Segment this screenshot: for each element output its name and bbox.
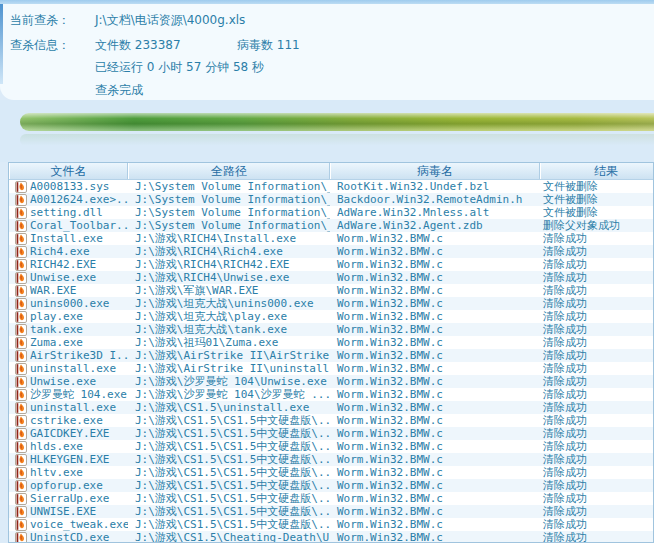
filename-text: AirStrike3D I... bbox=[30, 349, 128, 362]
column-header-virusname[interactable]: 病毒名 bbox=[330, 163, 540, 179]
cell-filename[interactable]: tank.exe bbox=[9, 323, 128, 336]
cell-fullpath: J:\游戏\RICH4\RICH42.EXE bbox=[128, 258, 330, 271]
filename-text: Unwise.exe bbox=[30, 375, 96, 388]
cell-filename[interactable]: Unwise.exe bbox=[9, 271, 128, 284]
scan-progress-bar bbox=[20, 113, 654, 131]
cell-virusname: Worm.Win32.BMW.c bbox=[330, 310, 540, 323]
cell-filename[interactable]: play.exe bbox=[9, 310, 128, 323]
cell-result: 清除成功 bbox=[540, 414, 654, 427]
table-row[interactable]: setting.dllJ:\System Volume Information\… bbox=[9, 206, 654, 219]
cell-result: 清除成功 bbox=[540, 297, 654, 310]
cell-virusname: Worm.Win32.BMW.c bbox=[330, 492, 540, 505]
cell-fullpath: J:\游戏\CS1.5\CS1.5中文硬盘版\... bbox=[128, 505, 330, 518]
filename-text: RICH42.EXE bbox=[30, 258, 96, 271]
filename-text: Install.exe bbox=[30, 232, 103, 245]
cell-virusname: Worm.Win32.BMW.c bbox=[330, 466, 540, 479]
table-row[interactable]: A0008133.sysJ:\System Volume Information… bbox=[9, 180, 654, 193]
scan-results-table: 文件名 全路径 病毒名 结果 A0008133.sysJ:\System Vol… bbox=[8, 162, 654, 543]
virus-file-icon bbox=[15, 428, 27, 440]
table-row[interactable]: tank.exeJ:\游戏\坦克大战\tank.exeWorm.Win32.BM… bbox=[9, 323, 654, 336]
virus-file-icon bbox=[15, 454, 27, 466]
table-row[interactable]: cstrike.exeJ:\游戏\CS1.5\CS1.5中文硬盘版\...Wor… bbox=[9, 414, 654, 427]
cell-filename[interactable]: uninstall.exe bbox=[9, 362, 128, 375]
cell-result: 清除成功 bbox=[540, 245, 654, 258]
table-row[interactable]: Coral_Toolbar...J:\System Volume Informa… bbox=[9, 219, 654, 232]
virus-file-icon bbox=[15, 246, 27, 258]
table-row[interactable]: RICH42.EXEJ:\游戏\RICH4\RICH42.EXEWorm.Win… bbox=[9, 258, 654, 271]
table-row[interactable]: UninstCD.exeJ:\游戏\CS1.5\Cheating-Death\U… bbox=[9, 531, 654, 543]
cell-filename[interactable]: uninstall.exe bbox=[9, 401, 128, 414]
cell-filename[interactable]: HLKEYGEN.EXE bbox=[9, 453, 128, 466]
column-header-fullpath[interactable]: 全路径 bbox=[128, 163, 330, 179]
table-row[interactable]: AirStrike3D I...J:\游戏\AirStrike II\AirSt… bbox=[9, 349, 654, 362]
table-row[interactable]: Install.exeJ:\游戏\RICH4\Install.exeWorm.W… bbox=[9, 232, 654, 245]
cell-filename[interactable]: UninstCD.exe bbox=[9, 531, 128, 543]
cell-filename[interactable]: SierraUp.exe bbox=[9, 492, 128, 505]
cell-filename[interactable]: WAR.EXE bbox=[9, 284, 128, 297]
cell-filename[interactable]: A0008133.sys bbox=[9, 180, 128, 193]
table-row[interactable]: unins000.exeJ:\游戏\坦克大战\unins000.exeWorm.… bbox=[9, 297, 654, 310]
table-row[interactable]: SierraUp.exeJ:\游戏\CS1.5\CS1.5中文硬盘版\...Wo… bbox=[9, 492, 654, 505]
cell-result: 清除成功 bbox=[540, 388, 654, 401]
table-row[interactable]: Unwise.exeJ:\游戏\沙罗曼蛇 104\Unwise.exeWorm.… bbox=[9, 375, 654, 388]
table-row[interactable]: opforup.exeJ:\游戏\CS1.5\CS1.5中文硬盘版\...Wor… bbox=[9, 479, 654, 492]
cell-filename[interactable]: voice_tweak.exe bbox=[9, 518, 128, 531]
filename-text: UninstCD.exe bbox=[30, 531, 109, 543]
virus-file-icon bbox=[15, 233, 27, 245]
table-row[interactable]: Zuma.exeJ:\游戏\祖玛01\Zuma.exeWorm.Win32.BM… bbox=[9, 336, 654, 349]
cell-filename[interactable]: RICH42.EXE bbox=[9, 258, 128, 271]
cell-result: 清除成功 bbox=[540, 336, 654, 349]
table-row[interactable]: GAICDKEY.EXEJ:\游戏\CS1.5\CS1.5中文硬盘版\...Wo… bbox=[9, 427, 654, 440]
table-row[interactable]: uninstall.exeJ:\游戏\AirStrike II\uninstal… bbox=[9, 362, 654, 375]
cell-filename[interactable]: hltv.exe bbox=[9, 466, 128, 479]
virus-file-icon bbox=[15, 311, 27, 323]
table-row[interactable]: play.exeJ:\游戏\坦克大战\play.exeWorm.Win32.BM… bbox=[9, 310, 654, 323]
cell-fullpath: J:\游戏\祖玛01\Zuma.exe bbox=[128, 336, 330, 349]
table-row[interactable]: uninstall.exeJ:\游戏\CS1.5\uninstall.exeWo… bbox=[9, 401, 654, 414]
table-row[interactable]: Rich4.exeJ:\游戏\RICH4\Rich4.exeWorm.Win32… bbox=[9, 245, 654, 258]
cell-result: 清除成功 bbox=[540, 258, 654, 271]
virus-file-icon bbox=[15, 480, 27, 492]
cell-virusname: Worm.Win32.BMW.c bbox=[330, 245, 540, 258]
cell-filename[interactable]: UNWISE.EXE bbox=[9, 505, 128, 518]
table-row[interactable]: WAR.EXEJ:\游戏\军旗\WAR.EXEWorm.Win32.BMW.c清… bbox=[9, 284, 654, 297]
column-header-filename[interactable]: 文件名 bbox=[9, 163, 128, 179]
table-row[interactable]: 沙罗曼蛇 104.exeJ:\游戏\沙罗曼蛇 104\沙罗曼蛇 ...Worm.… bbox=[9, 388, 654, 401]
elapsed-time-text: 已经运行 0 小时 57 分钟 58 秒 bbox=[95, 59, 264, 76]
cell-fullpath: J:\游戏\CS1.5\uninstall.exe bbox=[128, 401, 330, 414]
table-row[interactable]: hlds.exeJ:\游戏\CS1.5\CS1.5中文硬盘版\...Worm.W… bbox=[9, 440, 654, 453]
cell-filename[interactable]: Zuma.exe bbox=[9, 336, 128, 349]
cell-filename[interactable]: 沙罗曼蛇 104.exe bbox=[9, 388, 128, 401]
cell-result: 清除成功 bbox=[540, 518, 654, 531]
cell-filename[interactable]: unins000.exe bbox=[9, 297, 128, 310]
cell-filename[interactable]: Rich4.exe bbox=[9, 245, 128, 258]
table-row[interactable]: A0012624.exe>...J:\System Volume Informa… bbox=[9, 193, 654, 206]
table-row[interactable]: hltv.exeJ:\游戏\CS1.5\CS1.5中文硬盘版\...Worm.W… bbox=[9, 466, 654, 479]
cell-filename[interactable]: AirStrike3D I... bbox=[9, 349, 128, 362]
cell-result: 清除成功 bbox=[540, 232, 654, 245]
cell-result: 清除成功 bbox=[540, 427, 654, 440]
table-row[interactable]: voice_tweak.exeJ:\游戏\CS1.5\CS1.5中文硬盘版\..… bbox=[9, 518, 654, 531]
cell-virusname: Worm.Win32.BMW.c bbox=[330, 271, 540, 284]
cell-filename[interactable]: setting.dll bbox=[9, 206, 128, 219]
cell-filename[interactable]: A0012624.exe>... bbox=[9, 193, 128, 206]
table-row[interactable]: Unwise.exeJ:\游戏\RICH4\Unwise.exeWorm.Win… bbox=[9, 271, 654, 284]
cell-filename[interactable]: Install.exe bbox=[9, 232, 128, 245]
column-header-result[interactable]: 结果 bbox=[540, 163, 654, 179]
table-row[interactable]: UNWISE.EXEJ:\游戏\CS1.5\CS1.5中文硬盘版\...Worm… bbox=[9, 505, 654, 518]
cell-filename[interactable]: GAICDKEY.EXE bbox=[9, 427, 128, 440]
cell-fullpath: J:\游戏\CS1.5\CS1.5中文硬盘版\... bbox=[128, 414, 330, 427]
virus-file-icon bbox=[15, 389, 27, 401]
cell-virusname: Worm.Win32.BMW.c bbox=[330, 479, 540, 492]
virus-file-icon bbox=[15, 493, 27, 505]
cell-filename[interactable]: Coral_Toolbar... bbox=[9, 219, 128, 232]
cell-filename[interactable]: cstrike.exe bbox=[9, 414, 128, 427]
table-row[interactable]: HLKEYGEN.EXEJ:\游戏\CS1.5\CS1.5中文硬盘版\...Wo… bbox=[9, 453, 654, 466]
cell-result: 清除成功 bbox=[540, 492, 654, 505]
cell-filename[interactable]: opforup.exe bbox=[9, 479, 128, 492]
cell-filename[interactable]: hlds.exe bbox=[9, 440, 128, 453]
scan-status-text: 查杀完成 bbox=[95, 82, 143, 99]
cell-result: 清除成功 bbox=[540, 531, 654, 543]
cell-filename[interactable]: Unwise.exe bbox=[9, 375, 128, 388]
cell-virusname: Worm.Win32.BMW.c bbox=[330, 440, 540, 453]
